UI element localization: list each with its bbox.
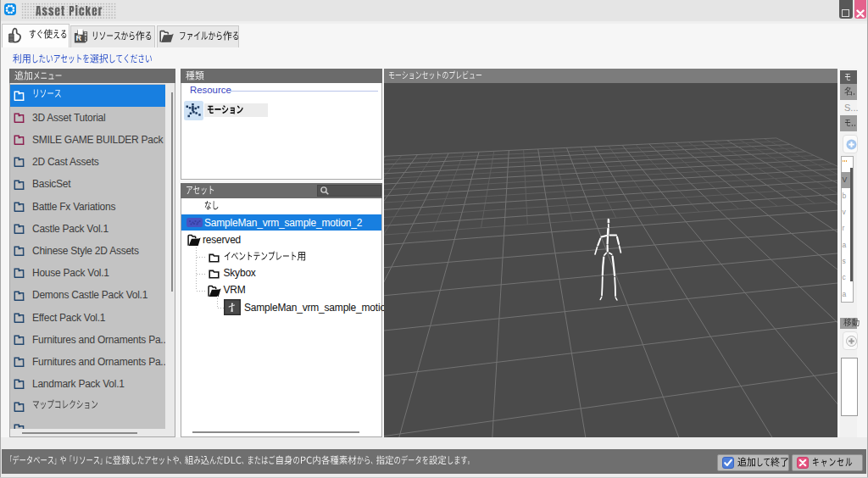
svg-text:R: R [75, 34, 81, 42]
